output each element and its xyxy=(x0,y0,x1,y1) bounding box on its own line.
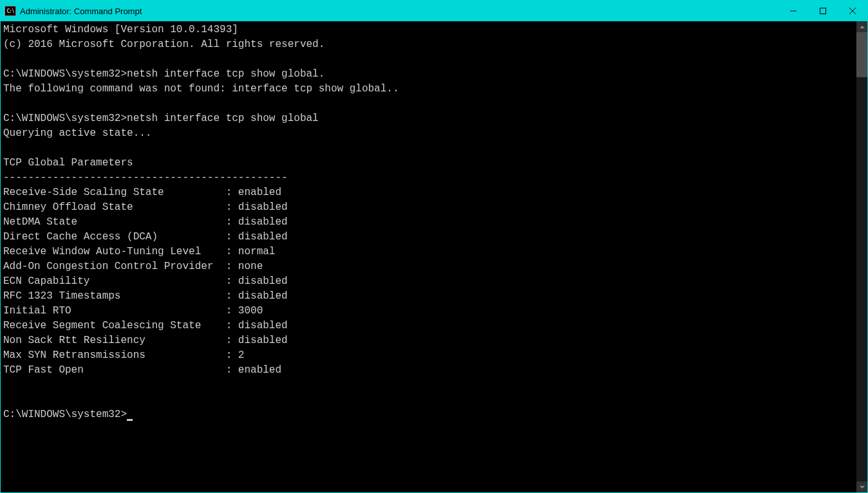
scroll-track[interactable] xyxy=(856,32,867,481)
chevron-up-icon xyxy=(860,26,865,28)
param-row: Receive-Side Scaling State : enabled xyxy=(3,187,281,198)
maximize-button[interactable] xyxy=(808,1,838,21)
minimize-icon xyxy=(790,8,797,14)
scroll-down-button[interactable] xyxy=(856,481,867,492)
svg-rect-1 xyxy=(820,8,826,14)
titlebar[interactable]: C:\ Administrator: Command Prompt xyxy=(1,1,867,21)
param-row: Initial RTO : 3000 xyxy=(3,305,263,317)
terminal-area: Microsoft Windows [Version 10.0.14393] (… xyxy=(1,21,867,492)
command-prompt-window: C:\ Administrator: Command Prompt Micros… xyxy=(0,0,868,493)
scroll-thumb[interactable] xyxy=(856,32,867,77)
scroll-up-button[interactable] xyxy=(856,21,867,32)
param-row: Direct Cache Access (DCA) : disabled xyxy=(3,231,288,243)
param-row: Add-On Congestion Control Provider : non… xyxy=(3,261,263,272)
close-button[interactable] xyxy=(838,1,867,21)
param-row: RFC 1323 Timestamps : disabled xyxy=(3,290,288,302)
param-row: TCP Fast Open : enabled xyxy=(3,364,281,376)
param-row: Non Sack Rtt Resiliency : disabled xyxy=(3,335,288,346)
prompt-path: C:\WINDOWS\system32> xyxy=(3,409,127,420)
vertical-scrollbar[interactable] xyxy=(856,21,867,492)
minimize-button[interactable] xyxy=(778,1,808,21)
window-title: Administrator: Command Prompt xyxy=(20,6,778,16)
error-output: The following command was not found: int… xyxy=(3,83,399,95)
divider-line: ----------------------------------------… xyxy=(3,172,288,183)
param-row: NetDMA State : disabled xyxy=(3,216,288,228)
command-text: netsh interface tcp show global. xyxy=(127,68,325,80)
close-icon xyxy=(849,8,856,14)
terminal-output[interactable]: Microsoft Windows [Version 10.0.14393] (… xyxy=(1,21,856,492)
param-row: Receive Window Auto-Tuning Level : norma… xyxy=(3,246,275,257)
cmd-icon: C:\ xyxy=(5,6,16,16)
prompt-path: C:\WINDOWS\system32> xyxy=(3,113,127,124)
param-row: Receive Segment Coalescing State : disab… xyxy=(3,320,288,331)
window-controls xyxy=(778,1,867,21)
param-row: Chimney Offload State : disabled xyxy=(3,201,288,213)
command-text: netsh interface tcp show global xyxy=(127,113,319,124)
param-row: ECN Capability : disabled xyxy=(3,275,288,287)
section-title: TCP Global Parameters xyxy=(3,157,133,169)
maximize-icon xyxy=(820,8,826,14)
os-version-line: Microsoft Windows [Version 10.0.14393] xyxy=(3,24,238,35)
param-row: Max SYN Retransmissions : 2 xyxy=(3,349,244,361)
copyright-line: (c) 2016 Microsoft Corporation. All righ… xyxy=(3,39,325,50)
prompt-path: C:\WINDOWS\system32> xyxy=(3,68,127,80)
cursor xyxy=(127,419,133,421)
querying-line: Querying active state... xyxy=(3,127,151,139)
chevron-down-icon xyxy=(860,486,865,488)
